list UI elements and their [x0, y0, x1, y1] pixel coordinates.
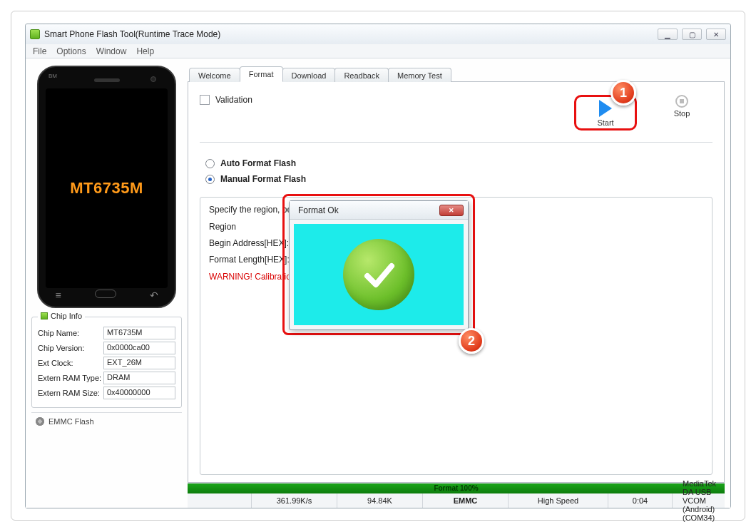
- dialog-titlebar: Format Ok ✕: [290, 201, 468, 220]
- home-softkey-icon: [95, 290, 116, 298]
- tab-format[interactable]: Format: [240, 66, 283, 82]
- validation-label: Validation: [215, 95, 252, 105]
- menu-help[interactable]: Help: [136, 46, 154, 56]
- tabs: Welcome Format Download Readback Memory …: [188, 63, 725, 81]
- chip-info-title: Chip Info: [51, 312, 82, 320]
- ram-type-label: Extern RAM Type:: [38, 374, 103, 382]
- menu-options[interactable]: Options: [56, 46, 86, 56]
- chip-icon: [41, 312, 48, 319]
- ram-size-value: 0x40000000: [103, 387, 175, 399]
- progress-bar: Format 100%: [188, 484, 725, 493]
- back-softkey-icon: ↶: [150, 290, 158, 301]
- minimize-button[interactable]: ▁: [658, 29, 678, 40]
- stop-icon: [675, 95, 688, 108]
- start-label: Start: [597, 118, 613, 127]
- maximize-button[interactable]: ▢: [682, 29, 702, 40]
- gear-icon: [36, 417, 44, 426]
- menubar: File Options Window Help: [26, 44, 730, 58]
- chip-version-value: 0x0000ca00: [103, 342, 175, 354]
- tab-memorytest[interactable]: Memory Test: [388, 68, 451, 82]
- close-button[interactable]: ✕: [706, 29, 726, 40]
- menu-softkey-icon: ≡: [55, 290, 61, 301]
- auto-format-label: Auto Format Flash: [220, 158, 296, 168]
- dialog-close-button[interactable]: ✕: [439, 205, 464, 216]
- dialog-highlight: Format Ok ✕: [282, 194, 475, 335]
- checkbox-icon: [200, 95, 210, 105]
- app-icon: [30, 29, 40, 39]
- radio-icon: [205, 159, 215, 168]
- menu-file[interactable]: File: [33, 46, 46, 56]
- phone-speaker-icon: [94, 78, 120, 82]
- callout-2: 2: [459, 328, 484, 354]
- stop-label: Stop: [674, 109, 690, 118]
- titlebar: Smart Phone Flash Tool(Runtime Trace Mod…: [26, 24, 730, 44]
- phone-brand: BM: [48, 73, 57, 79]
- phone-preview: BM MT6735M ≡ ↶: [37, 66, 176, 308]
- chip-model-label: MT6735M: [70, 179, 143, 198]
- auto-format-radio[interactable]: Auto Format Flash: [205, 158, 712, 168]
- status-port: MediaTek DA USB VCOM (Android) (COM34): [673, 493, 725, 508]
- emmc-flash-row[interactable]: EMMC Flash: [31, 412, 182, 426]
- status-mode: High Speed: [509, 493, 608, 508]
- ext-clock-value: EXT_26M: [103, 357, 175, 369]
- play-icon: [599, 100, 612, 117]
- chip-version-label: Chip Version:: [38, 344, 103, 352]
- chip-name-label: Chip Name:: [38, 329, 103, 337]
- tab-welcome[interactable]: Welcome: [189, 68, 240, 82]
- left-panel: BM MT6735M ≡ ↶ Chip Info Chip Name:MT673…: [26, 58, 188, 508]
- menu-window[interactable]: Window: [96, 46, 127, 56]
- callout-1: 1: [611, 80, 636, 106]
- emmc-flash-label: EMMC Flash: [48, 417, 94, 426]
- dialog-body: [294, 224, 464, 325]
- chip-name-value: MT6735M: [103, 327, 175, 339]
- manual-format-radio[interactable]: Manual Format Flash: [205, 174, 712, 184]
- status-speed: 361.99K/s: [252, 493, 337, 508]
- tab-readback[interactable]: Readback: [334, 68, 389, 82]
- manual-format-label: Manual Format Flash: [220, 174, 306, 184]
- tab-download[interactable]: Download: [282, 68, 336, 82]
- ext-clock-label: Ext Clock:: [38, 359, 103, 367]
- chip-info-group: Chip Info Chip Name:MT6735M Chip Version…: [31, 317, 182, 408]
- stop-button[interactable]: Stop: [657, 95, 707, 118]
- dialog-title: Format Ok: [298, 205, 439, 215]
- ram-type-value: DRAM: [103, 372, 175, 384]
- window-title: Smart Phone Flash Tool(Runtime Trace Mod…: [44, 29, 658, 39]
- status-container: Format 100% 361.99K/s 94.84K EMMC High S…: [188, 483, 725, 508]
- validation-checkbox[interactable]: Validation: [200, 95, 252, 105]
- status-storage: EMMC: [423, 493, 509, 508]
- ram-size-label: Extern RAM Size:: [38, 389, 103, 397]
- format-ok-dialog: Format Ok ✕: [289, 200, 469, 330]
- status-size: 94.84K: [337, 493, 423, 508]
- phone-camera-icon: [150, 76, 156, 82]
- success-check-icon: [343, 239, 414, 310]
- status-time: 0:04: [608, 493, 673, 508]
- status-row: 361.99K/s 94.84K EMMC High Speed 0:04 Me…: [188, 493, 725, 508]
- radio-selected-icon: [205, 175, 215, 184]
